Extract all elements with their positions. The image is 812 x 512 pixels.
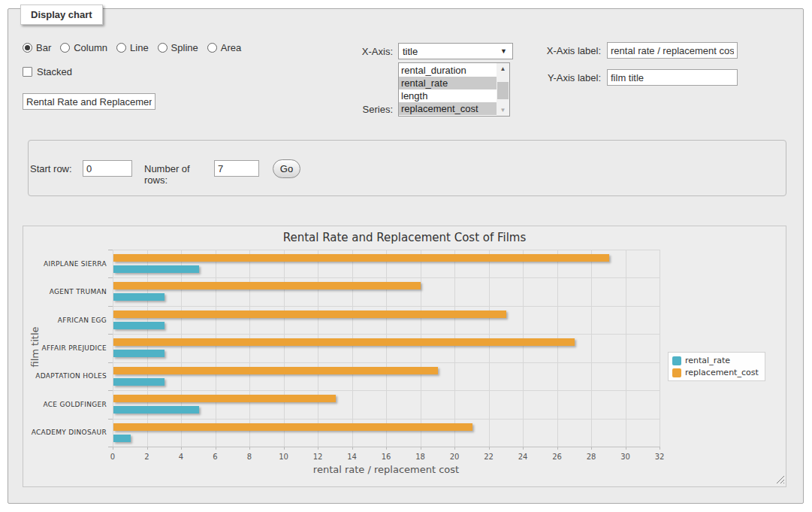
y-tick-mark xyxy=(108,419,113,420)
start-row-label: Start row: xyxy=(30,163,78,174)
gridline-vertical xyxy=(523,250,524,447)
y-tick-mark xyxy=(108,250,113,250)
gridline-vertical xyxy=(181,250,182,447)
x-axis-label-input[interactable] xyxy=(607,42,738,59)
legend-swatch-icon xyxy=(672,368,681,377)
x-axis-line xyxy=(113,447,660,447)
x-tick-label: 18 xyxy=(409,453,432,461)
num-rows-label: Number of rows: xyxy=(144,163,209,186)
x-tick-label: 28 xyxy=(580,453,602,461)
x-tick-label: 4 xyxy=(170,453,192,461)
legend-item-rental_rate[interactable]: rental_rate xyxy=(672,356,759,365)
stacked-checkbox[interactable] xyxy=(23,67,32,77)
radio-bar[interactable]: Bar xyxy=(23,42,51,53)
x-tick-label: 32 xyxy=(648,453,671,461)
x-tick-label: 30 xyxy=(614,453,637,461)
y-axis-label-input[interactable] xyxy=(607,69,738,86)
stacked-checkbox-row[interactable]: Stacked xyxy=(23,66,72,77)
x-axis-field-label: X-Axis: xyxy=(323,46,393,57)
series-options: rental_durationrental_ratelengthreplacem… xyxy=(399,63,497,116)
gridline-vertical xyxy=(216,250,216,447)
radio-label: Bar xyxy=(36,42,51,53)
radio-label: Line xyxy=(130,42,149,53)
x-tick-label: 8 xyxy=(238,453,261,461)
bar-replacement_cost[interactable] xyxy=(113,282,421,289)
y-tick-mark xyxy=(108,277,113,278)
x-axis-select[interactable]: title ▼ xyxy=(398,43,513,59)
gridline-horizontal xyxy=(113,306,660,307)
x-tick-label: 20 xyxy=(443,453,466,461)
gridline-horizontal xyxy=(113,390,660,391)
x-tick-label: 24 xyxy=(512,453,534,461)
x-axis-title: rental rate / replacement cost xyxy=(113,464,660,475)
chart-container: Rental Rate and Replacement Cost of Film… xyxy=(23,226,786,487)
bar-rental_rate[interactable] xyxy=(113,378,165,386)
x-tick-label: 14 xyxy=(341,453,364,461)
gridline-horizontal xyxy=(113,334,660,335)
x-tick-label: 22 xyxy=(478,453,500,461)
row-controls-panel xyxy=(28,140,786,196)
y-tick-mark xyxy=(108,362,113,363)
y-axis-title: film title xyxy=(29,249,41,446)
x-axis-selected-value: title xyxy=(403,46,418,57)
scrollbar-down-icon[interactable]: ▼ xyxy=(497,105,509,116)
series-option-replacement_cost[interactable]: replacement_cost xyxy=(399,102,497,115)
legend-item-replacement_cost[interactable]: replacement_cost xyxy=(672,368,759,377)
bar-rental_rate[interactable] xyxy=(113,350,165,357)
bar-replacement_cost[interactable] xyxy=(113,367,438,374)
bar-rental_rate[interactable] xyxy=(113,435,131,442)
gridline-vertical xyxy=(660,250,660,447)
radio-area[interactable]: Area xyxy=(207,42,241,53)
radio-line[interactable]: Line xyxy=(116,42,149,53)
bar-replacement_cost[interactable] xyxy=(113,311,506,318)
gridline-vertical xyxy=(352,250,353,447)
radio-label: Area xyxy=(221,42,241,53)
x-tick-label: 0 xyxy=(101,453,124,461)
x-tick-label: 2 xyxy=(136,453,158,461)
bar-rental_rate[interactable] xyxy=(113,322,165,329)
legend-label: replacement_cost xyxy=(685,368,759,377)
gridline-vertical xyxy=(454,250,455,447)
bar-replacement_cost[interactable] xyxy=(113,423,472,431)
page: Display chart BarColumnLineSplineArea St… xyxy=(0,0,812,512)
bar-rental_rate[interactable] xyxy=(113,406,199,414)
series-option-rental_duration[interactable]: rental_duration xyxy=(399,64,497,77)
series-multiselect[interactable]: rental_durationrental_ratelengthreplacem… xyxy=(398,62,510,117)
chart-title-input[interactable] xyxy=(23,93,155,110)
gridline-vertical xyxy=(626,250,626,447)
fieldset-legend: Display chart xyxy=(20,5,103,25)
radio-label: Column xyxy=(74,42,107,53)
series-option-rental_rate[interactable]: rental_rate xyxy=(399,77,497,89)
chart-type-radio-group: BarColumnLineSplineArea xyxy=(23,42,241,53)
radio-circle-icon xyxy=(207,43,217,53)
gridline-vertical xyxy=(318,250,318,447)
radio-spline[interactable]: Spline xyxy=(158,42,198,53)
gridline-vertical xyxy=(284,250,285,447)
gridline-horizontal xyxy=(113,277,660,278)
bar-replacement_cost[interactable] xyxy=(113,254,609,262)
go-button[interactable]: Go xyxy=(273,159,300,178)
series-option-length[interactable]: length xyxy=(399,89,497,102)
bar-rental_rate[interactable] xyxy=(113,293,165,301)
legend-swatch-icon xyxy=(672,356,681,365)
gridline-vertical xyxy=(113,250,113,447)
y-tick-mark xyxy=(108,334,113,335)
bar-replacement_cost[interactable] xyxy=(113,395,336,402)
radio-circle-icon xyxy=(116,43,126,53)
dropdown-arrow-icon: ▼ xyxy=(500,47,507,55)
y-axis-label-field-label: Y-Axis label: xyxy=(518,72,601,83)
gridline-vertical xyxy=(386,250,387,447)
bar-rental_rate[interactable] xyxy=(113,265,199,273)
radio-column[interactable]: Column xyxy=(60,42,107,53)
x-tick-label: 16 xyxy=(375,453,397,461)
scrollbar-up-icon[interactable]: ▲ xyxy=(497,63,509,74)
start-row-input[interactable] xyxy=(83,160,132,177)
radio-circle-icon xyxy=(23,43,32,53)
y-tick-mark xyxy=(108,390,113,391)
gridline-horizontal xyxy=(113,419,660,420)
series-list-scrollbar[interactable]: ▲ ▼ xyxy=(497,63,509,116)
bar-replacement_cost[interactable] xyxy=(113,338,575,346)
gridline-vertical xyxy=(591,250,592,447)
num-rows-input[interactable] xyxy=(214,160,259,177)
scrollbar-thumb[interactable] xyxy=(497,82,509,99)
